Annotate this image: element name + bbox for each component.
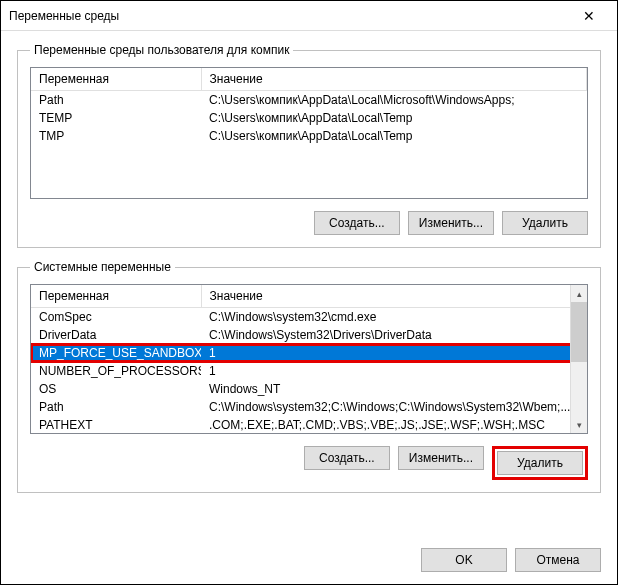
table-row[interactable]: TMPC:\Users\компик\AppData\Local\Temp (31, 127, 587, 145)
sys-vars-legend: Системные переменные (30, 260, 175, 274)
var-name-cell: MP_FORCE_USE_SANDBOX (31, 344, 201, 362)
var-value-cell: C:\Windows\system32;C:\Windows;C:\Window… (201, 398, 587, 416)
user-vars-table[interactable]: Переменная Значение PathC:\Users\компик\… (31, 68, 587, 145)
table-row[interactable]: DriverDataC:\Windows\System32\Drivers\Dr… (31, 326, 587, 344)
scroll-thumb[interactable] (571, 302, 588, 362)
var-name-cell: OS (31, 380, 201, 398)
ok-button[interactable]: OK (421, 548, 507, 572)
table-row[interactable]: MP_FORCE_USE_SANDBOX1 (31, 344, 587, 362)
table-row[interactable]: OSWindows_NT (31, 380, 587, 398)
var-value-cell: .COM;.EXE;.BAT;.CMD;.VBS;.VBE;.JS;.JSE;.… (201, 416, 587, 434)
var-value-cell: 1 (201, 344, 587, 362)
sys-col-variable[interactable]: Переменная (31, 285, 201, 308)
dialog-footer: OK Отмена (1, 538, 617, 584)
sys-col-value[interactable]: Значение (201, 285, 587, 308)
table-row[interactable]: PATHEXT.COM;.EXE;.BAT;.CMD;.VBS;.VBE;.JS… (31, 416, 587, 434)
var-value-cell: C:\Windows\System32\Drivers\DriverData (201, 326, 587, 344)
user-vars-table-wrap: Переменная Значение PathC:\Users\компик\… (30, 67, 588, 199)
scroll-up-icon[interactable]: ▴ (571, 285, 588, 302)
var-name-cell: TMP (31, 127, 201, 145)
sys-delete-highlight: Удалить (492, 446, 588, 480)
user-vars-group: Переменные среды пользователя для компик… (17, 43, 601, 248)
table-row[interactable]: NUMBER_OF_PROCESSORS1 (31, 362, 587, 380)
user-vars-legend: Переменные среды пользователя для компик (30, 43, 293, 57)
var-value-cell: C:\Users\компик\AppData\Local\Temp (201, 109, 587, 127)
sys-vars-group: Системные переменные Переменная Значение… (17, 260, 601, 493)
var-value-cell: C:\Users\компик\AppData\Local\Microsoft\… (201, 91, 587, 110)
sys-edit-button[interactable]: Изменить... (398, 446, 484, 470)
var-name-cell: TEMP (31, 109, 201, 127)
var-value-cell: C:\Users\компик\AppData\Local\Temp (201, 127, 587, 145)
sys-vars-table-wrap: Переменная Значение ComSpecC:\Windows\sy… (30, 284, 588, 434)
var-name-cell: DriverData (31, 326, 201, 344)
sys-delete-button[interactable]: Удалить (497, 451, 583, 475)
var-value-cell: 1 (201, 362, 587, 380)
sys-vars-table[interactable]: Переменная Значение ComSpecC:\Windows\sy… (31, 285, 587, 434)
env-vars-dialog: Переменные среды ✕ Переменные среды поль… (0, 0, 618, 585)
table-row[interactable]: PathC:\Users\компик\AppData\Local\Micros… (31, 91, 587, 110)
var-value-cell: Windows_NT (201, 380, 587, 398)
cancel-button[interactable]: Отмена (515, 548, 601, 572)
var-name-cell: ComSpec (31, 308, 201, 327)
content-area: Переменные среды пользователя для компик… (1, 31, 617, 538)
window-title: Переменные среды (9, 9, 569, 23)
table-row[interactable]: ComSpecC:\Windows\system32\cmd.exe (31, 308, 587, 327)
table-row[interactable]: TEMPC:\Users\компик\AppData\Local\Temp (31, 109, 587, 127)
var-name-cell: Path (31, 398, 201, 416)
sys-button-row: Создать... Изменить... Удалить (30, 446, 588, 480)
user-col-value[interactable]: Значение (201, 68, 587, 91)
var-value-cell: C:\Windows\system32\cmd.exe (201, 308, 587, 327)
scroll-down-icon[interactable]: ▾ (571, 416, 588, 433)
var-name-cell: NUMBER_OF_PROCESSORS (31, 362, 201, 380)
user-edit-button[interactable]: Изменить... (408, 211, 494, 235)
close-icon[interactable]: ✕ (569, 2, 609, 30)
user-delete-button[interactable]: Удалить (502, 211, 588, 235)
user-col-variable[interactable]: Переменная (31, 68, 201, 91)
sys-scrollbar[interactable]: ▴ ▾ (570, 285, 587, 433)
var-name-cell: PATHEXT (31, 416, 201, 434)
titlebar: Переменные среды ✕ (1, 1, 617, 31)
table-row[interactable]: PathC:\Windows\system32;C:\Windows;C:\Wi… (31, 398, 587, 416)
var-name-cell: Path (31, 91, 201, 110)
sys-new-button[interactable]: Создать... (304, 446, 390, 470)
user-button-row: Создать... Изменить... Удалить (30, 211, 588, 235)
user-new-button[interactable]: Создать... (314, 211, 400, 235)
